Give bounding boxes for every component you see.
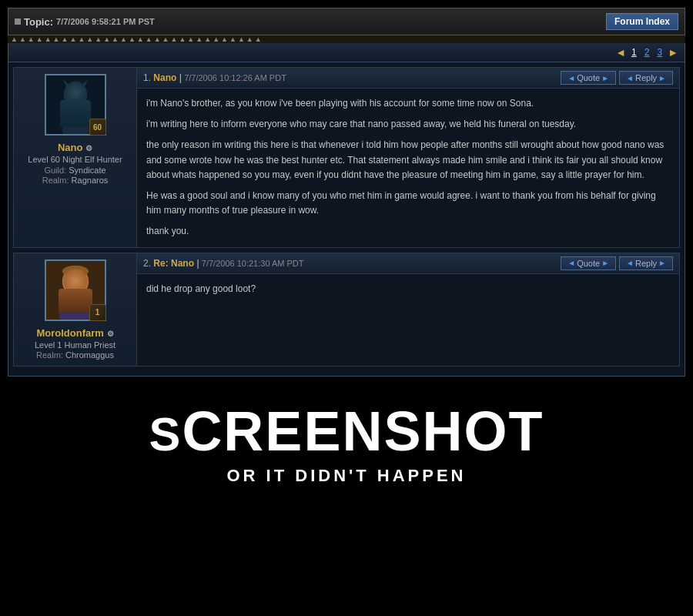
post2-quote-arrow-right-icon: ► [601, 259, 609, 267]
svg-rect-16 [59, 297, 92, 320]
svg-point-3 [69, 90, 73, 93]
verified-icon: ⚙ [85, 144, 92, 152]
quote-arrow-icon: ◄ [567, 74, 575, 82]
post-2-content: 2. Re: Nano | 7/7/2006 10:21:30 AM PDT ◄… [137, 253, 679, 366]
svg-point-2 [66, 83, 84, 104]
post-1-guild: Guild: Syndicate [44, 166, 105, 175]
post-1-level-badge: 60 [89, 119, 106, 136]
svg-point-14 [66, 284, 84, 296]
post-1-number: 1. [143, 72, 151, 83]
post2-reply-arrow-icon: ◄ [626, 259, 634, 267]
forum-main: 60 Nano ⚙ Level 60 Night Elf Hunter Guil… [8, 62, 685, 377]
post-1-realm: Realm: Ragnaros [42, 176, 109, 185]
post-1-title-info: 1. Nano | 7/7/2006 10:12:26 AM PDT [143, 72, 286, 83]
post-2: 1 Moroldonfarm ⚙ Level 1 Human Priest Re… [13, 253, 680, 367]
forum-wrapper: Topic: 7/7/2006 9:58:21 PM PST Forum Ind… [8, 0, 685, 377]
post-1-header: 1. Nano | 7/7/2006 10:12:26 AM PDT ◄ Quo… [137, 68, 679, 89]
post-2-number: 2. [143, 258, 151, 269]
watermark-subtitle: or it didn't happen [0, 466, 693, 486]
post-1-quote-button[interactable]: ◄ Quote ► [561, 71, 616, 85]
deco-strip: ▲ ▲ ▲ ▲ ▲ ▲ ▲ ▲ ▲ ▲ ▲ ▲ ▲ ▲ ▲ ▲ ▲ ▲ ▲ ▲ … [8, 35, 685, 43]
reply-arrow-right-icon: ► [658, 74, 666, 82]
post-1-para-3: the only reason im writing this here is … [146, 138, 670, 182]
post-1: 60 Nano ⚙ Level 60 Night Elf Hunter Guil… [13, 67, 680, 248]
post-1-para-1: i'm Nano's brother, as you know i've bee… [146, 96, 670, 111]
quote-arrow-right-icon: ► [601, 74, 609, 82]
post-2-quote-button[interactable]: ◄ Quote ► [561, 256, 616, 270]
post-2-poster-name: Moroldonfarm ⚙ [36, 327, 113, 339]
post-1-date: 7/7/2006 10:12:26 AM PDT [184, 73, 286, 82]
post-2-para-1: did he drop any good loot? [146, 282, 670, 296]
post-1-content: 1. Nano | 7/7/2006 10:12:26 AM PDT ◄ Quo… [137, 68, 679, 247]
watermark-area: SCREENSHOT or it didn't happen [0, 377, 693, 501]
page-3-button[interactable]: 3 [654, 47, 665, 58]
post-2-header: 2. Re: Nano | 7/7/2006 10:21:30 AM PDT ◄… [137, 253, 679, 274]
forum-index-button[interactable]: Forum Index [606, 13, 678, 30]
topic-dot-icon [15, 18, 21, 25]
pagination-bar: ◄ 1 2 3 ► [8, 43, 685, 62]
page-2-button[interactable]: 2 [642, 47, 652, 58]
post-2-subject-text: Re: Nano [153, 258, 194, 269]
top-bar: Topic: 7/7/2006 9:58:21 PM PST Forum Ind… [8, 8, 685, 35]
post-2-body: did he drop any good loot? [137, 274, 679, 366]
watermark-title: SCREENSHOT [0, 400, 693, 463]
page-1-button[interactable]: 1 [629, 47, 639, 58]
svg-point-4 [77, 90, 82, 93]
post-1-para-2: i'm writing here to inform everyone who … [146, 117, 670, 132]
post-1-reply-button[interactable]: ◄ Reply ► [619, 71, 673, 85]
post2-reply-arrow-right-icon: ► [658, 259, 666, 267]
post2-quote-arrow-icon: ◄ [567, 259, 575, 267]
post-2-date: 7/7/2006 10:21:30 AM PDT [202, 259, 304, 268]
prev-page-button[interactable]: ◄ [615, 46, 626, 59]
post-2-level-class: Level 1 Human Priest [35, 340, 116, 350]
svg-rect-17 [63, 299, 86, 302]
post-2-title-info: 2. Re: Nano | 7/7/2006 10:21:30 AM PDT [143, 258, 304, 269]
post-1-poster-name: Nano ⚙ [58, 142, 92, 153]
post-2-actions: ◄ Quote ► ◄ Reply ► [561, 256, 673, 270]
post-1-level-class: Level 60 Night Elf Hunter [28, 155, 122, 164]
svg-rect-7 [62, 108, 88, 134]
post-2-sidebar: 1 Moroldonfarm ⚙ Level 1 Human Priest Re… [14, 253, 137, 366]
post-1-body: i'm Nano's brother, as you know i've bee… [137, 89, 679, 247]
post-1-avatar-container: 60 [45, 74, 106, 136]
post-1-sidebar: 60 Nano ⚙ Level 60 Night Elf Hunter Guil… [14, 68, 137, 247]
post-2-realm: Realm: Chromaggus [36, 350, 114, 360]
post-1-para-5: thank you. [146, 224, 670, 239]
post-2-verified-icon: ⚙ [107, 330, 114, 338]
svg-point-1 [63, 82, 86, 108]
topic-time: 7/7/2006 9:58:21 PM PST [56, 17, 155, 26]
topic-label: Topic: 7/7/2006 9:58:21 PM PST [15, 16, 155, 28]
next-page-button[interactable]: ► [668, 46, 678, 59]
post-1-author: Nano [153, 72, 176, 83]
svg-point-11 [62, 265, 88, 276]
post-1-para-4: He was a good soul and i know many of yo… [146, 189, 670, 218]
svg-rect-8 [65, 109, 85, 112]
post-2-reply-button[interactable]: ◄ Reply ► [619, 256, 673, 270]
reply-arrow-icon: ◄ [626, 74, 634, 82]
svg-point-13 [78, 278, 82, 281]
svg-point-15 [68, 289, 82, 297]
svg-point-12 [69, 278, 72, 281]
post-1-actions: ◄ Quote ► ◄ Reply ► [561, 71, 673, 85]
post-2-level-badge: 1 [89, 304, 106, 321]
topic-label-text: Topic: [24, 16, 53, 28]
post-2-avatar-container: 1 [45, 259, 106, 321]
